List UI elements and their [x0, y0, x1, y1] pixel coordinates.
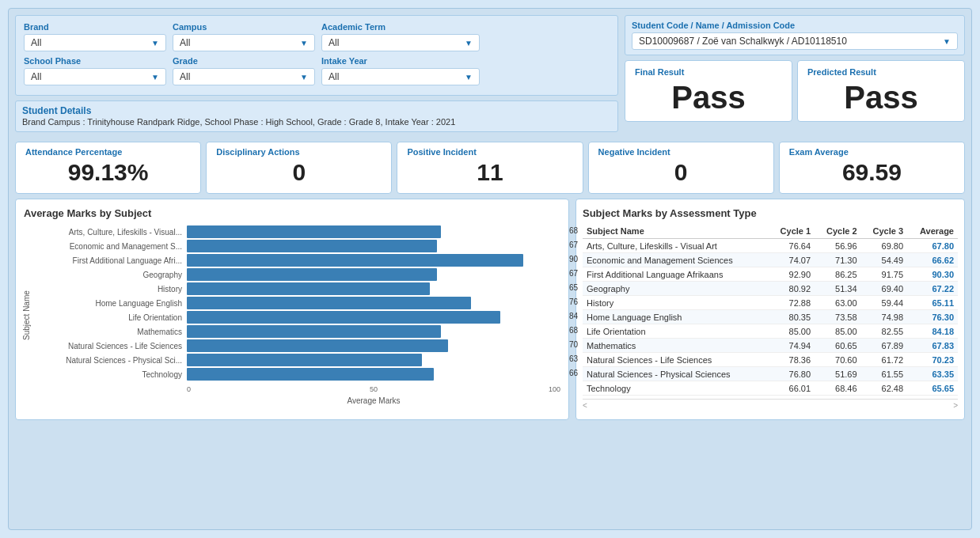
cell-cycle3: 69.40: [861, 282, 907, 296]
table-title: Subject Marks by Assessment Type: [583, 207, 958, 219]
cell-subject: Mathematics: [583, 339, 769, 353]
subject-marks-table: Subject Name Cycle 1 Cycle 2 Cycle 3 Ave…: [583, 224, 958, 396]
brand-chevron-icon: ▼: [151, 39, 159, 47]
grade-chevron-icon: ▼: [300, 73, 308, 81]
cell-subject: History: [583, 296, 769, 310]
bar-value-label: 67: [569, 241, 578, 249]
cell-cycle1: 66.01: [769, 381, 815, 396]
table-row: Technology66.0168.4662.4865.65: [583, 381, 958, 396]
cell-average: 84.18: [907, 324, 958, 339]
student-details-text: Brand Campus : Trinityhouse Randpark Rid…: [22, 117, 455, 127]
filter-group-academic-term: Academic Term All ▼: [321, 22, 480, 51]
chart-area: Arts, Culture, Lifeskills - Visual...68E…: [32, 225, 560, 405]
school-phase-value: All: [31, 71, 41, 82]
brand-select[interactable]: All ▼: [24, 34, 166, 51]
table-scroll-hint: < >: [583, 399, 958, 411]
stat-positive: Positive Incident 11: [397, 142, 583, 194]
intake-year-value: All: [329, 71, 339, 82]
bar-value-label: 90: [569, 255, 578, 263]
cell-average: 76.30: [907, 310, 958, 324]
brand-value: All: [31, 37, 41, 48]
bar-value-label: 70: [569, 340, 578, 349]
cell-cycle3: 91.75: [861, 267, 907, 282]
axis-tick-0: 0: [187, 385, 311, 393]
table-row: Economic and Management Sciences74.0771.…: [583, 253, 958, 267]
stats-row: Attendance Percentage 99.13% Disciplinar…: [15, 142, 965, 194]
filters-left: Brand All ▼ Campus All ▼: [15, 15, 618, 137]
cell-cycle3: 59.44: [861, 296, 907, 310]
cell-cycle3: 54.49: [861, 253, 907, 267]
bar-container: 68: [187, 325, 560, 338]
grade-select[interactable]: All ▼: [173, 68, 315, 85]
final-result-value: Pass: [635, 80, 782, 115]
bar-fill: [187, 354, 422, 366]
bar-fill: [187, 325, 441, 338]
table-row: First Additional Language Afrikaans92.90…: [583, 267, 958, 282]
bar-container: 76: [187, 297, 560, 309]
filter-row-1: Brand All ▼ Campus All ▼: [24, 22, 610, 51]
bar-label: History: [32, 285, 187, 294]
student-details-title: Student Details: [22, 105, 91, 116]
bar-label: Technology: [32, 370, 187, 379]
stat-attendance: Attendance Percentage 99.13%: [15, 142, 201, 194]
cell-average: 70.23: [907, 353, 958, 367]
filter-section: Brand All ▼ Campus All ▼: [15, 15, 618, 96]
stat-negative-label: Negative Incident: [598, 147, 764, 157]
bar-row: Mathematics68: [32, 325, 560, 338]
academic-term-value: All: [329, 37, 339, 48]
top-section: Brand All ▼ Campus All ▼: [15, 15, 965, 137]
cell-average: 67.22: [907, 282, 958, 296]
col-cycle1: Cycle 1: [769, 224, 815, 239]
cell-cycle2: 73.58: [815, 310, 860, 324]
student-code-select[interactable]: SD10009687 / Zoë van Schalkwyk / AD10118…: [632, 32, 958, 50]
bar-container: 70: [187, 339, 560, 352]
scroll-right-icon[interactable]: >: [953, 401, 958, 410]
chart-axis: 0 50 100: [187, 385, 560, 393]
school-phase-select[interactable]: All ▼: [24, 68, 166, 85]
grade-label: Grade: [173, 56, 315, 66]
cell-cycle2: 51.69: [815, 367, 860, 381]
bar-value-label: 66: [569, 369, 578, 377]
intake-year-chevron-icon: ▼: [465, 73, 473, 81]
bar-label: Mathematics: [32, 328, 187, 336]
intake-year-select[interactable]: All ▼: [321, 68, 480, 85]
final-result-box: Final Result Pass: [625, 60, 792, 122]
student-code-value: SD10009687 / Zoë van Schalkwyk / AD10118…: [639, 36, 847, 47]
stat-negative: Negative Incident 0: [588, 142, 774, 194]
bar-row: Home Language English76: [32, 297, 560, 309]
cell-cycle2: 63.00: [815, 296, 860, 310]
campus-select[interactable]: All ▼: [173, 34, 315, 51]
bar-label: Economic and Management S...: [32, 242, 187, 251]
cell-subject: Natural Sciences - Life Sciences: [583, 353, 769, 367]
bar-value-label: 63: [569, 354, 578, 363]
filter-group-school-phase: School Phase All ▼: [24, 56, 166, 85]
stat-positive-label: Positive Incident: [407, 147, 572, 157]
cell-subject: Home Language English: [583, 310, 769, 324]
scroll-left-icon[interactable]: <: [583, 401, 587, 410]
bar-row: Life Orientation84: [32, 311, 560, 324]
bar-row: Arts, Culture, Lifeskills - Visual...68: [32, 225, 560, 238]
col-subject: Subject Name: [583, 224, 769, 239]
chart-wrapper: Subject Name Arts, Culture, Lifeskills -…: [24, 225, 560, 405]
academic-term-select[interactable]: All ▼: [321, 34, 480, 51]
bar-fill: [187, 268, 437, 281]
table-header-row: Subject Name Cycle 1 Cycle 2 Cycle 3 Ave…: [583, 224, 958, 239]
table-row: Arts, Culture, Lifeskills - Visual Art76…: [583, 239, 958, 253]
cell-cycle2: 68.46: [815, 381, 860, 396]
cell-cycle1: 78.36: [769, 353, 815, 367]
cell-cycle3: 67.89: [861, 339, 907, 353]
cell-cycle3: 62.48: [861, 381, 907, 396]
bar-fill: [187, 339, 448, 352]
academic-term-chevron-icon: ▼: [465, 39, 473, 47]
results-right: Student Code / Name / Admission Code SD1…: [625, 15, 965, 137]
cell-subject: Arts, Culture, Lifeskills - Visual Art: [583, 239, 769, 253]
cell-average: 65.11: [907, 296, 958, 310]
filter-group-brand: Brand All ▼: [24, 22, 166, 51]
stat-disciplinary-label: Disciplinary Actions: [216, 147, 382, 157]
cell-cycle3: 61.72: [861, 353, 907, 367]
cell-average: 65.65: [907, 381, 958, 396]
bar-fill: [187, 225, 441, 238]
bar-fill: [187, 254, 523, 267]
result-boxes-row: Final Result Pass Predicted Result Pass: [625, 60, 965, 122]
filter-group-grade: Grade All ▼: [173, 56, 315, 85]
